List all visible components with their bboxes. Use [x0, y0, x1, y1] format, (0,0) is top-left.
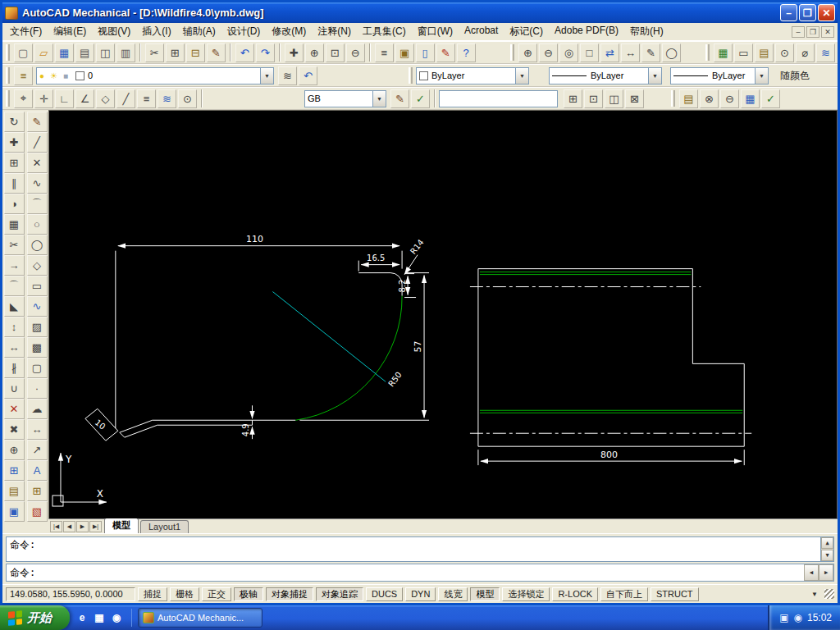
explode-icon[interactable]: ✖ — [4, 419, 25, 440]
toolbar-grip[interactable] — [409, 67, 413, 84]
match-properties-icon[interactable]: ✎ — [207, 43, 226, 62]
pencil-icon[interactable]: ✎ — [27, 112, 48, 132]
toolbar-grip[interactable] — [6, 67, 10, 84]
copy-tool-icon[interactable]: ⊞ — [4, 153, 25, 173]
open-icon[interactable]: ▱ — [34, 43, 53, 62]
menu-item[interactable]: Acrobat — [459, 23, 504, 40]
point-icon[interactable]: ∙ — [27, 378, 48, 399]
tab-model[interactable]: 模型 — [104, 518, 139, 533]
pan-icon[interactable]: ✚ — [285, 43, 304, 62]
quicklaunch-desktop-icon[interactable]: ▦ — [92, 610, 107, 625]
am-view-icon[interactable]: ◫ — [605, 89, 623, 108]
extend-icon[interactable]: → — [4, 255, 25, 276]
zoom-extents-icon[interactable]: ◎ — [559, 43, 578, 62]
am-balloon-icon[interactable]: ◯ — [662, 43, 681, 62]
am-insert-icon[interactable]: ⊞ — [564, 89, 582, 108]
am-draw-icon[interactable]: ✎ — [390, 89, 409, 108]
am-part-list-icon[interactable]: ▤ — [755, 43, 774, 62]
toolbar-grip[interactable] — [6, 90, 10, 107]
am-osnap-icon[interactable]: ◇ — [96, 89, 115, 108]
scroll-left-button[interactable]: ◀ — [804, 564, 819, 581]
start-button[interactable]: 开始 — [0, 605, 70, 630]
table-tool-icon[interactable]: ⊞ — [4, 460, 25, 481]
hatch-icon[interactable]: ▨ — [27, 317, 48, 337]
trim-icon[interactable]: ✂ — [4, 235, 25, 255]
cut-icon[interactable]: ✂ — [145, 43, 164, 62]
chevron-down-icon[interactable]: ▼ — [755, 68, 768, 84]
minimize-button[interactable]: – — [780, 4, 797, 21]
menu-item[interactable]: 标记(C) — [504, 23, 549, 40]
mech-search-input[interactable] — [439, 90, 558, 107]
ellipse-icon[interactable]: ◯ — [27, 235, 48, 255]
polygon-icon[interactable]: ◇ — [27, 255, 48, 276]
toggle-selection-lock[interactable]: 选择锁定 — [502, 587, 550, 601]
circle-icon[interactable]: ○ — [27, 214, 48, 235]
fillet-icon[interactable]: ⌒ — [4, 276, 25, 296]
command-h-scroll[interactable]: ◀ ▶ — [804, 564, 833, 581]
gradient-icon[interactable]: ▩ — [27, 337, 48, 358]
tab-scroll-button[interactable]: ▶ — [76, 521, 89, 532]
new-icon[interactable]: ▢ — [14, 43, 33, 62]
table2-icon[interactable]: ⊞ — [27, 481, 48, 501]
standard-select[interactable]: GB ▼ — [304, 90, 386, 107]
am-surface-icon[interactable]: ⌀ — [796, 43, 815, 62]
undo-icon[interactable]: ↶ — [235, 43, 254, 62]
menu-item[interactable]: 视图(V) — [92, 23, 136, 40]
toolbar-grip[interactable] — [6, 44, 10, 61]
toolbar-grip[interactable] — [705, 44, 710, 61]
text-icon[interactable]: A — [27, 460, 48, 481]
tab-scroll-button[interactable]: ▶| — [89, 521, 102, 532]
layer-previous-icon[interactable]: ↶ — [299, 66, 317, 85]
am-standards-icon[interactable]: ⇄ — [600, 43, 619, 62]
zoom-all-icon[interactable]: □ — [580, 43, 599, 62]
am-detail-icon[interactable]: ⊡ — [584, 89, 603, 108]
am-annotate-icon[interactable]: ✎ — [641, 43, 660, 62]
taskbar-task-autocad[interactable]: AutoCAD Mechanic... — [138, 608, 262, 628]
menu-item[interactable]: 插入(I) — [136, 23, 176, 40]
menu-item[interactable]: 工具集(C) — [357, 23, 412, 40]
zoom-window-icon[interactable]: ⊡ — [326, 43, 345, 62]
am-angle-icon[interactable]: ∠ — [75, 89, 94, 108]
block-icon[interactable]: ▣ — [4, 501, 25, 522]
print-icon[interactable]: ▤ — [75, 43, 94, 62]
drawing-canvas[interactable]: 110 16.5 R14 8.2 — [48, 110, 838, 518]
am-trace-icon[interactable]: ╱ — [116, 89, 135, 108]
layer-properties-icon[interactable]: ≡ — [14, 66, 33, 85]
am-edit-icon[interactable]: ✓ — [411, 89, 430, 108]
tray-ime-icon[interactable]: ▣ — [779, 612, 788, 623]
quicklaunch-media-icon[interactable]: ◉ — [109, 610, 124, 625]
am-centerline-icon[interactable]: ⊙ — [178, 89, 197, 108]
am-ortho-icon[interactable]: ∟ — [55, 89, 74, 108]
paint-icon[interactable]: ▧ — [27, 501, 48, 522]
markup-icon[interactable]: ✎ — [436, 43, 455, 62]
toggle-rlock[interactable]: R-LOCK — [552, 587, 598, 601]
properties-icon[interactable]: ≡ — [375, 43, 394, 62]
quicklaunch-ie-icon[interactable]: e — [75, 610, 89, 625]
am-titleblock-icon[interactable]: ▭ — [734, 43, 753, 62]
toggle-model[interactable]: 模型 — [470, 587, 500, 601]
am-snap-settings-icon[interactable]: ✛ — [34, 89, 53, 108]
mdi-restore-button[interactable]: ❐ — [806, 26, 819, 38]
am-options-icon[interactable]: ≋ — [816, 43, 835, 62]
lineweight-select[interactable]: ByLayer ▼ — [670, 67, 769, 84]
menu-item[interactable]: 注释(N) — [312, 23, 357, 40]
restore-button[interactable]: ❐ — [799, 4, 816, 21]
menu-item[interactable]: 文件(F) — [4, 23, 48, 40]
leader-icon[interactable]: ↗ — [27, 440, 48, 460]
color-select[interactable]: ByLayer ▼ — [416, 67, 529, 84]
tab-layout1[interactable]: Layout1 — [140, 520, 189, 533]
am-linetype-icon[interactable]: ≡ — [137, 89, 156, 108]
am-symbol-icon[interactable]: ⊙ — [775, 43, 794, 62]
scroll-right-button[interactable]: ▶ — [819, 564, 833, 581]
zoom-previous-icon[interactable]: ⊖ — [346, 43, 365, 62]
arc-icon[interactable]: ⌒ — [27, 194, 48, 214]
am-ok-icon[interactable]: ✓ — [761, 89, 780, 108]
chevron-down-icon[interactable]: ▼ — [260, 68, 273, 84]
move-icon[interactable]: ✚ — [4, 132, 25, 153]
zoom-realtime-icon[interactable]: ⊕ — [305, 43, 324, 62]
line-icon[interactable]: ╱ — [27, 132, 48, 153]
toggle-bottom-up[interactable]: 自下而上 — [600, 587, 648, 601]
copy-icon[interactable]: ⊞ — [166, 43, 185, 62]
revcloud-icon[interactable]: ☁ — [27, 399, 48, 419]
menu-item[interactable]: 修改(M) — [266, 23, 312, 40]
